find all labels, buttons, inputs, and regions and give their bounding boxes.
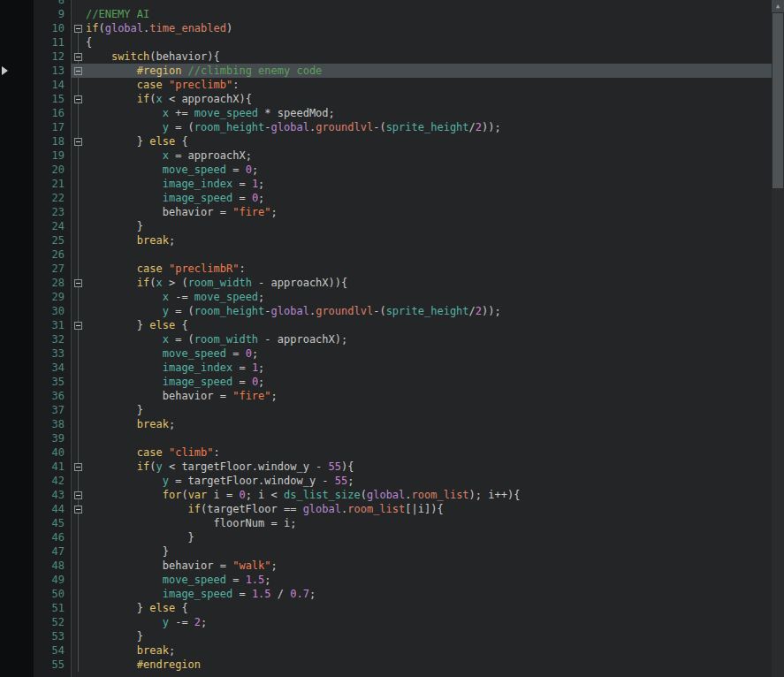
code-line[interactable]: 31 } else {: [0, 318, 772, 332]
code-line[interactable]: 14 case "preclimb":: [0, 78, 772, 92]
code-line[interactable]: 21 image_index = 1;: [0, 177, 772, 191]
code-line[interactable]: 34 image_index = 1;: [0, 361, 772, 375]
line-number[interactable]: 22: [0, 191, 71, 205]
line-number[interactable]: 27: [0, 262, 71, 276]
line-number[interactable]: 52: [0, 615, 71, 629]
code-line[interactable]: 47 }: [0, 544, 772, 559]
code-line[interactable]: 29 x -= move_speed;: [0, 290, 772, 304]
line-number[interactable]: 50: [0, 587, 71, 601]
line-number[interactable]: 19: [0, 148, 71, 163]
code-line[interactable]: 35 image_speed = 0;: [0, 375, 772, 389]
code-line[interactable]: 48 behavior = "walk";: [0, 559, 772, 573]
code-line[interactable]: 20 move_speed = 0;: [0, 163, 772, 177]
code-line[interactable]: 22 image_speed = 0;: [0, 191, 772, 205]
code-line[interactable]: 45 floorNum = i;: [0, 516, 772, 530]
code-line[interactable]: 27 case "preclimbR":: [0, 262, 772, 276]
line-number[interactable]: 42: [0, 474, 71, 488]
line-number[interactable]: 33: [0, 346, 71, 361]
code-line[interactable]: 38 break;: [0, 417, 772, 431]
line-number[interactable]: 12: [0, 49, 71, 64]
line-number[interactable]: 32: [0, 332, 71, 346]
scroll-up-button[interactable]: ▲: [772, 0, 784, 12]
line-number[interactable]: 47: [0, 544, 71, 559]
line-number[interactable]: 54: [0, 643, 71, 658]
code-line[interactable]: 19 x = approachX;: [0, 148, 772, 163]
line-number[interactable]: 29: [0, 290, 71, 304]
line-number[interactable]: 41: [0, 460, 71, 474]
code-line[interactable]: 17 y = (room_height-global.groundlvl-(sp…: [0, 120, 772, 134]
line-number[interactable]: 48: [0, 559, 71, 573]
line-number[interactable]: 31: [0, 318, 71, 332]
code-line[interactable]: 30 y = (room_height-global.groundlvl-(sp…: [0, 304, 772, 318]
code-line[interactable]: 24 }: [0, 219, 772, 233]
fold-collapse-icon[interactable]: [74, 53, 82, 61]
code-line[interactable]: 50 image_speed = 1.5 / 0.7;: [0, 587, 772, 601]
code-line[interactable]: 23 behavior = "fire";: [0, 205, 772, 219]
code-line[interactable]: 39: [0, 431, 772, 445]
line-number[interactable]: 11: [0, 35, 71, 49]
code-line[interactable]: 9//ENEMY AI: [0, 7, 772, 21]
line-number[interactable]: 35: [0, 375, 71, 389]
line-number[interactable]: 24: [0, 219, 71, 233]
code-line[interactable]: 42 y = targetFloor.window_y - 55;: [0, 474, 772, 488]
line-number[interactable]: 14: [0, 78, 71, 92]
line-number[interactable]: 8: [0, 0, 71, 7]
code-line[interactable]: 52 y -= 2;: [0, 615, 772, 629]
line-number[interactable]: 20: [0, 163, 71, 177]
fold-collapse-icon[interactable]: [74, 25, 82, 33]
code-line[interactable]: 25 break;: [0, 233, 772, 247]
line-number[interactable]: 18: [0, 134, 71, 148]
line-number[interactable]: 16: [0, 106, 71, 120]
fold-collapse-icon[interactable]: [74, 491, 82, 499]
code-line[interactable]: 11{: [0, 35, 772, 49]
code-line[interactable]: 55 #endregion: [0, 658, 772, 672]
code-line[interactable]: 53 }: [0, 629, 772, 643]
fold-collapse-icon[interactable]: [74, 138, 82, 146]
line-number[interactable]: 55: [0, 658, 71, 672]
code-line[interactable]: 26: [0, 247, 772, 262]
line-number[interactable]: 38: [0, 417, 71, 431]
line-number[interactable]: 51: [0, 601, 71, 615]
fold-collapse-icon[interactable]: [74, 95, 82, 103]
code-line[interactable]: 36 behavior = "fire";: [0, 389, 772, 403]
line-number[interactable]: 23: [0, 205, 71, 219]
line-number[interactable]: 15: [0, 92, 71, 106]
code-line[interactable]: 41 if(y < targetFloor.window_y - 55){: [0, 460, 772, 474]
code-line[interactable]: 37 }: [0, 403, 772, 417]
code-line[interactable]: 8: [0, 0, 772, 7]
code-line[interactable]: 32 x = (room_width - approachX);: [0, 332, 772, 346]
code-line[interactable]: 46 }: [0, 530, 772, 544]
code-line[interactable]: 15 if(x < approachX){: [0, 92, 772, 106]
scrollbar-thumb[interactable]: [773, 13, 783, 188]
code-line[interactable]: 54 break;: [0, 643, 772, 658]
line-number[interactable]: 53: [0, 629, 71, 643]
code-line[interactable]: 18 } else {: [0, 134, 772, 148]
code-line[interactable]: 12 switch(behavior){: [0, 49, 772, 64]
code-line[interactable]: 13 #region //climbing enemy code: [0, 64, 772, 78]
line-number[interactable]: 30: [0, 304, 71, 318]
line-number[interactable]: 10: [0, 21, 71, 35]
code-line[interactable]: 49 move_speed = 1.5;: [0, 573, 772, 587]
fold-collapse-icon[interactable]: [74, 322, 82, 330]
line-number[interactable]: 17: [0, 120, 71, 134]
line-number[interactable]: 28: [0, 276, 71, 290]
line-number[interactable]: 13: [0, 64, 71, 78]
fold-collapse-icon[interactable]: [74, 67, 82, 75]
line-number[interactable]: 40: [0, 445, 71, 460]
code-line[interactable]: 40 case "climb":: [0, 445, 772, 460]
fold-collapse-icon[interactable]: [74, 463, 82, 471]
line-number[interactable]: 21: [0, 177, 71, 191]
fold-collapse-icon[interactable]: [74, 506, 82, 513]
line-number[interactable]: 44: [0, 502, 71, 516]
line-number[interactable]: 36: [0, 389, 71, 403]
code-line[interactable]: 10if(global.time_enabled): [0, 21, 772, 35]
line-number[interactable]: 9: [0, 7, 71, 21]
code-line[interactable]: 28 if(x > (room_width - approachX)){: [0, 276, 772, 290]
line-number[interactable]: 46: [0, 530, 71, 544]
line-number[interactable]: 25: [0, 233, 71, 247]
code-line[interactable]: 44 if(targetFloor == global.room_list[|i…: [0, 502, 772, 516]
line-number[interactable]: 39: [0, 431, 71, 445]
line-number[interactable]: 37: [0, 403, 71, 417]
line-number[interactable]: 26: [0, 247, 71, 262]
line-number[interactable]: 45: [0, 516, 71, 530]
